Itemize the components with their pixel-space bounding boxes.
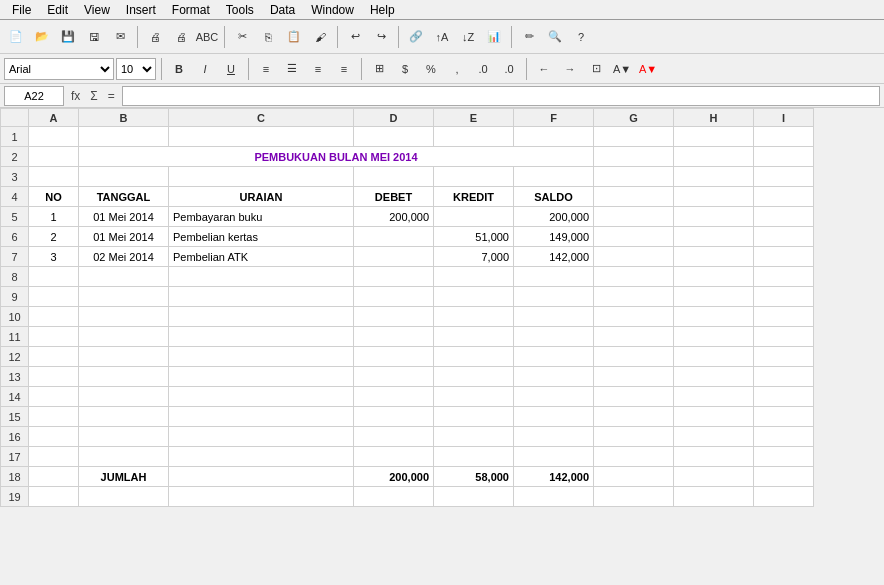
menu-insert[interactable]: Insert <box>118 1 164 19</box>
save-as-button[interactable]: 🖫 <box>82 25 106 49</box>
justify-button[interactable]: ≡ <box>332 57 356 81</box>
cell-I19[interactable] <box>754 487 814 507</box>
cell-H12[interactable] <box>674 347 754 367</box>
cell-E17[interactable] <box>434 447 514 467</box>
cell-D11[interactable] <box>354 327 434 347</box>
increase-decimal-button[interactable]: .0 <box>471 57 495 81</box>
cell-D7[interactable] <box>354 247 434 267</box>
cell-C1[interactable] <box>169 127 354 147</box>
cell-I15[interactable] <box>754 407 814 427</box>
cell-B1[interactable] <box>79 127 169 147</box>
font-color-button[interactable]: A▼ <box>636 57 660 81</box>
cell-C6[interactable]: Pembelian kertas <box>169 227 354 247</box>
cell-G10[interactable] <box>594 307 674 327</box>
row-header-2[interactable]: 2 <box>1 147 29 167</box>
menu-format[interactable]: Format <box>164 1 218 19</box>
cell-F1[interactable] <box>514 127 594 147</box>
cell-A19[interactable] <box>29 487 79 507</box>
cell-B11[interactable] <box>79 327 169 347</box>
cell-D19[interactable] <box>354 487 434 507</box>
print-button[interactable]: 🖨 <box>169 25 193 49</box>
row-header-14[interactable]: 14 <box>1 387 29 407</box>
cell-A5[interactable]: 1 <box>29 207 79 227</box>
cell-A18[interactable] <box>29 467 79 487</box>
italic-button[interactable]: I <box>193 57 217 81</box>
cell-F6[interactable]: 149,000 <box>514 227 594 247</box>
cell-C12[interactable] <box>169 347 354 367</box>
cell-G17[interactable] <box>594 447 674 467</box>
cell-F7[interactable]: 142,000 <box>514 247 594 267</box>
row-header-5[interactable]: 5 <box>1 207 29 227</box>
cell-I3[interactable] <box>754 167 814 187</box>
cell-H2[interactable] <box>674 147 754 167</box>
cell-reference-input[interactable] <box>4 86 64 106</box>
cell-C7[interactable]: Pembelian ATK <box>169 247 354 267</box>
cell-A17[interactable] <box>29 447 79 467</box>
copy-button[interactable]: ⎘ <box>256 25 280 49</box>
row-header-1[interactable]: 1 <box>1 127 29 147</box>
undo-button[interactable]: ↩ <box>343 25 367 49</box>
cell-G19[interactable] <box>594 487 674 507</box>
row-header-8[interactable]: 8 <box>1 267 29 287</box>
cell-I7[interactable] <box>754 247 814 267</box>
cell-C5[interactable]: Pembayaran buku <box>169 207 354 227</box>
cell-D17[interactable] <box>354 447 434 467</box>
percent-button[interactable]: % <box>419 57 443 81</box>
align-left-button[interactable]: ≡ <box>254 57 278 81</box>
cell-E12[interactable] <box>434 347 514 367</box>
cell-F18-total-saldo[interactable]: 142,000 <box>514 467 594 487</box>
cell-I1[interactable] <box>754 127 814 147</box>
header-tanggal[interactable]: TANGGAL <box>79 187 169 207</box>
col-header-I[interactable]: I <box>754 109 814 127</box>
print-preview-button[interactable]: 🖨 <box>143 25 167 49</box>
menu-tools[interactable]: Tools <box>218 1 262 19</box>
cell-D15[interactable] <box>354 407 434 427</box>
cell-I18[interactable] <box>754 467 814 487</box>
help-button[interactable]: ? <box>569 25 593 49</box>
increase-indent-button[interactable]: → <box>558 57 582 81</box>
cell-G16[interactable] <box>594 427 674 447</box>
cell-B8[interactable] <box>79 267 169 287</box>
cell-C19[interactable] <box>169 487 354 507</box>
thousands-button[interactable]: , <box>445 57 469 81</box>
cell-B10[interactable] <box>79 307 169 327</box>
row-header-4[interactable]: 4 <box>1 187 29 207</box>
cell-H11[interactable] <box>674 327 754 347</box>
cell-A14[interactable] <box>29 387 79 407</box>
cell-G4[interactable] <box>594 187 674 207</box>
cell-E10[interactable] <box>434 307 514 327</box>
cell-D13[interactable] <box>354 367 434 387</box>
row-header-7[interactable]: 7 <box>1 247 29 267</box>
cell-A16[interactable] <box>29 427 79 447</box>
cell-A11[interactable] <box>29 327 79 347</box>
cell-C8[interactable] <box>169 267 354 287</box>
cell-H10[interactable] <box>674 307 754 327</box>
cell-D9[interactable] <box>354 287 434 307</box>
cell-F3[interactable] <box>514 167 594 187</box>
cell-D12[interactable] <box>354 347 434 367</box>
cell-B7[interactable]: 02 Mei 2014 <box>79 247 169 267</box>
header-debet[interactable]: DEBET <box>354 187 434 207</box>
sigma-icon[interactable]: Σ <box>87 89 100 103</box>
cell-G14[interactable] <box>594 387 674 407</box>
row-header-17[interactable]: 17 <box>1 447 29 467</box>
cell-E19[interactable] <box>434 487 514 507</box>
cell-D14[interactable] <box>354 387 434 407</box>
drawing-button[interactable]: ✏ <box>517 25 541 49</box>
cell-C13[interactable] <box>169 367 354 387</box>
cell-G11[interactable] <box>594 327 674 347</box>
col-header-E[interactable]: E <box>434 109 514 127</box>
cell-I10[interactable] <box>754 307 814 327</box>
cell-I16[interactable] <box>754 427 814 447</box>
cell-A8[interactable] <box>29 267 79 287</box>
sort-asc-button[interactable]: ↑A <box>430 25 454 49</box>
cell-D6[interactable] <box>354 227 434 247</box>
spreadsheet-title[interactable]: PEMBUKUAN BULAN MEI 2014 <box>79 147 594 167</box>
font-selector[interactable]: Arial <box>4 58 114 80</box>
cell-H8[interactable] <box>674 267 754 287</box>
cell-H14[interactable] <box>674 387 754 407</box>
cell-G8[interactable] <box>594 267 674 287</box>
cell-H9[interactable] <box>674 287 754 307</box>
cell-B12[interactable] <box>79 347 169 367</box>
cell-G12[interactable] <box>594 347 674 367</box>
